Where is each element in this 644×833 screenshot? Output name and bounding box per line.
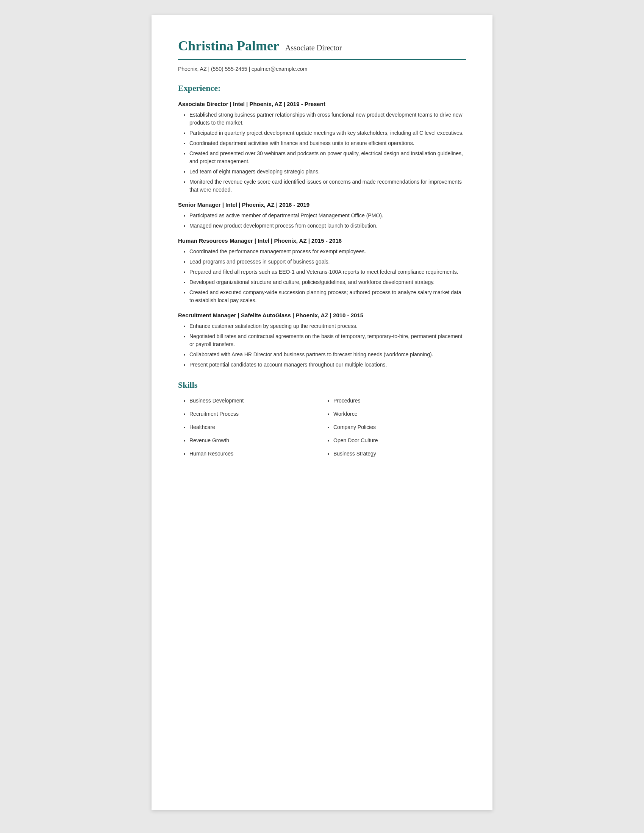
- list-item: Coordinated the performance management p…: [189, 248, 466, 256]
- skills-right-list: Procedures Workforce Company Policies Op…: [322, 397, 466, 458]
- list-item: Recruitment Process: [189, 410, 322, 418]
- job-3-header: Human Resources Manager | Intel | Phoeni…: [178, 237, 466, 244]
- list-item: Procedures: [333, 397, 466, 405]
- header-divider: [178, 59, 466, 60]
- name-line: Christina Palmer Associate Director: [178, 38, 466, 54]
- job-4-bullets: Enhance customer satisfaction by speedin…: [178, 322, 466, 369]
- job-1: Associate Director | Intel | Phoenix, AZ…: [178, 101, 466, 194]
- list-item: Coordinated department activities with f…: [189, 139, 466, 147]
- candidate-name: Christina Palmer: [178, 38, 279, 54]
- candidate-title: Associate Director: [285, 43, 342, 52]
- job-2-bullets: Participated as active member of departm…: [178, 212, 466, 230]
- list-item: Monitored the revenue cycle score card i…: [189, 178, 466, 194]
- list-item: Open Door Culture: [333, 437, 466, 444]
- experience-section: Experience: Associate Director | Intel |…: [178, 83, 466, 369]
- header-section: Christina Palmer Associate Director Phoe…: [178, 38, 466, 72]
- job-2: Senior Manager | Intel | Phoenix, AZ | 2…: [178, 201, 466, 230]
- contact-info: Phoenix, AZ | (550) 555-2455 | cpalmer@e…: [178, 66, 466, 72]
- resume-page: Christina Palmer Associate Director Phoe…: [151, 15, 493, 810]
- list-item: Company Policies: [333, 423, 466, 431]
- job-1-bullets: Established strong business partner rela…: [178, 111, 466, 194]
- job-3-bullets: Coordinated the performance management p…: [178, 248, 466, 304]
- list-item: Created and executed company-wide succes…: [189, 288, 466, 304]
- list-item: Created and presented over 30 webinars a…: [189, 150, 466, 166]
- list-item: Prepared and filed all reports such as E…: [189, 268, 466, 276]
- list-item: Managed new product development process …: [189, 222, 466, 230]
- list-item: Workforce: [333, 410, 466, 418]
- list-item: Healthcare: [189, 423, 322, 431]
- skills-left-column: Business Development Recruitment Process…: [178, 397, 322, 463]
- list-item: Collaborated with Area HR Director and b…: [189, 351, 466, 359]
- experience-title: Experience:: [178, 83, 466, 93]
- job-2-header: Senior Manager | Intel | Phoenix, AZ | 2…: [178, 201, 466, 208]
- list-item: Revenue Growth: [189, 437, 322, 444]
- list-item: Established strong business partner rela…: [189, 111, 466, 127]
- skills-title: Skills: [178, 380, 466, 390]
- list-item: Developed organizational structure and c…: [189, 278, 466, 286]
- job-4: Recruitment Manager | Safelite AutoGlass…: [178, 312, 466, 369]
- list-item: Business Strategy: [333, 450, 466, 458]
- list-item: Present potential candidates to account …: [189, 361, 466, 369]
- list-item: Participated in quarterly project develo…: [189, 129, 466, 137]
- list-item: Negotiated bill rates and contractual ag…: [189, 333, 466, 348]
- list-item: Lead programs and processes in support o…: [189, 258, 466, 266]
- job-4-header: Recruitment Manager | Safelite AutoGlass…: [178, 312, 466, 318]
- job-1-header: Associate Director | Intel | Phoenix, AZ…: [178, 101, 466, 107]
- skills-section: Skills Business Development Recruitment …: [178, 380, 466, 463]
- list-item: Led team of eight managers developing st…: [189, 168, 466, 176]
- list-item: Participated as active member of departm…: [189, 212, 466, 220]
- list-item: Enhance customer satisfaction by speedin…: [189, 322, 466, 330]
- job-3: Human Resources Manager | Intel | Phoeni…: [178, 237, 466, 304]
- skills-columns: Business Development Recruitment Process…: [178, 397, 466, 463]
- skills-right-column: Procedures Workforce Company Policies Op…: [322, 397, 466, 463]
- skills-left-list: Business Development Recruitment Process…: [178, 397, 322, 458]
- list-item: Human Resources: [189, 450, 322, 458]
- list-item: Business Development: [189, 397, 322, 405]
